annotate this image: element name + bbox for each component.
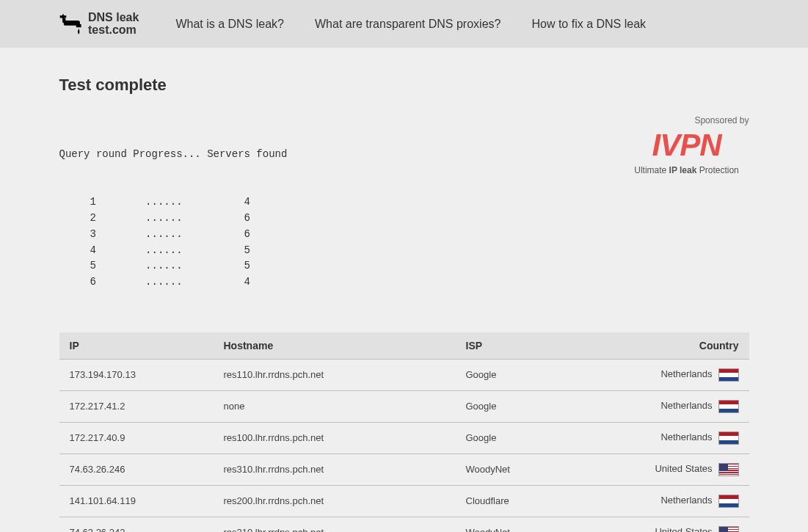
country-name: United States — [655, 526, 712, 532]
country-name: Netherlands — [660, 400, 712, 411]
cell-ip: 173.194.170.13 — [59, 359, 214, 390]
th-isp: ISP — [456, 332, 617, 360]
cell-hostname: res310.lhr.rrdns.pch.net — [214, 453, 456, 485]
cell-isp: WoodyNet — [456, 517, 617, 532]
table-row: 172.217.40.9res100.lhr.rrdns.pch.netGoog… — [59, 422, 749, 453]
brand-line1: DNS leak — [88, 12, 139, 24]
progress-row: 4 ...... 5 — [59, 243, 288, 259]
main-nav: What is a DNS leak? What are transparent… — [175, 18, 646, 31]
country-name: Netherlands — [660, 431, 712, 442]
table-row: 173.194.170.13res110.lhr.rrdns.pch.netGo… — [59, 359, 749, 390]
progress-row: 5 ...... 5 — [59, 258, 288, 274]
progress-rows: 1 ...... 4 2 ...... 6 3 ...... 6 4 .....… — [59, 194, 288, 290]
cell-ip: 74.63.26.242 — [59, 517, 214, 532]
cell-isp: Google — [456, 422, 617, 453]
results-table: IP Hostname ISP Country 173.194.170.13re… — [59, 332, 749, 532]
flag-united-states-icon — [718, 463, 739, 476]
cell-country: Netherlands — [617, 422, 749, 453]
th-country: Country — [617, 332, 749, 360]
cell-hostname: res110.lhr.rrdns.pch.net — [214, 359, 456, 390]
nav-how-to-fix[interactable]: How to fix a DNS leak — [531, 18, 646, 31]
cell-hostname: none — [214, 390, 456, 422]
results-tbody: 173.194.170.13res110.lhr.rrdns.pch.netGo… — [59, 359, 749, 532]
table-row: 74.63.26.246res310.lhr.rrdns.pch.netWood… — [59, 453, 749, 485]
progress-row: 3 ...... 6 — [59, 227, 288, 243]
results-thead: IP Hostname ISP Country — [59, 332, 749, 360]
flag-netherlands-icon — [718, 400, 739, 413]
cell-hostname: res100.lhr.rrdns.pch.net — [214, 422, 456, 453]
flag-netherlands-icon — [718, 431, 739, 445]
svg-rect-4 — [76, 24, 81, 27]
cell-isp: Cloudflare — [456, 485, 617, 517]
nav-transparent-proxies[interactable]: What are transparent DNS proxies? — [315, 18, 501, 31]
cell-ip: 141.101.64.119 — [59, 485, 214, 517]
main-container: Test complete Query round Progress... Se… — [59, 48, 749, 532]
country-name: United States — [655, 463, 712, 474]
cell-country: Netherlands — [617, 390, 749, 422]
th-ip: IP — [59, 332, 214, 360]
progress-sponsor-row: Query round Progress... Servers found 1 … — [59, 115, 749, 322]
table-row: 74.63.26.242res210.lhr.rrdns.pch.netWood… — [59, 517, 749, 532]
cell-ip: 172.217.40.9 — [59, 422, 214, 453]
flag-netherlands-icon — [718, 368, 739, 382]
ivpn-logo: IVPN — [625, 130, 749, 161]
table-row: 141.101.64.119res200.lhr.rrdns.pch.netCl… — [59, 485, 749, 517]
logo-text: DNS leak test.com — [88, 12, 139, 37]
country-name: Netherlands — [660, 495, 712, 506]
nav-what-is-dns-leak[interactable]: What is a DNS leak? — [175, 18, 284, 31]
cell-country: Netherlands — [617, 359, 749, 390]
progress-row: 6 ...... 4 — [59, 274, 288, 291]
cell-ip: 74.63.26.246 — [59, 453, 214, 485]
cell-isp: Google — [456, 390, 617, 422]
cell-hostname: res200.lhr.rrdns.pch.net — [214, 485, 456, 517]
logo[interactable]: DNS leak test.com — [59, 12, 139, 37]
cell-hostname: res210.lhr.rrdns.pch.net — [214, 517, 456, 532]
cell-isp: WoodyNet — [456, 453, 617, 485]
progress-header: Query round Progress... Servers found — [59, 147, 288, 163]
th-hostname: Hostname — [214, 332, 456, 360]
header-bar: DNS leak test.com What is a DNS leak? Wh… — [0, 0, 808, 48]
faucet-icon — [59, 12, 84, 37]
cell-country: United States — [617, 517, 749, 532]
page-title: Test complete — [59, 76, 749, 95]
sponsor-block[interactable]: Sponsored by IVPN Ultimate IP leak Prote… — [625, 115, 749, 175]
brand-line2: test.com — [88, 24, 139, 37]
query-progress-block: Query round Progress... Servers found 1 … — [59, 115, 288, 322]
cell-country: Netherlands — [617, 485, 749, 517]
cell-isp: Google — [456, 359, 617, 390]
cell-country: United States — [617, 453, 749, 485]
sponsor-label: Sponsored by — [625, 115, 749, 125]
flag-united-states-icon — [718, 526, 739, 532]
flag-netherlands-icon — [718, 495, 739, 508]
cell-ip: 172.217.41.2 — [59, 390, 214, 422]
progress-row: 2 ...... 6 — [59, 211, 288, 227]
country-name: Netherlands — [660, 368, 712, 379]
progress-row: 1 ...... 4 — [59, 194, 288, 211]
table-row: 172.217.41.2noneGoogleNetherlands — [59, 390, 749, 422]
sponsor-tagline: Ultimate IP leak Protection — [625, 165, 749, 175]
